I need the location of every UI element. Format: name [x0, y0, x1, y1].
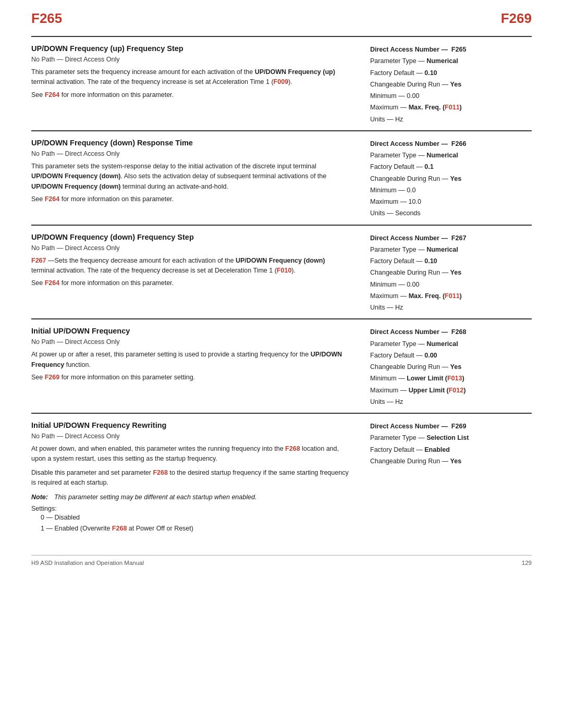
- param-line: Factory Default — 0.00: [370, 350, 532, 361]
- param-line: Minimum — 0.0: [370, 185, 532, 196]
- link-f268-1[interactable]: F268: [285, 445, 300, 452]
- link-f268-2[interactable]: F268: [153, 469, 168, 476]
- param-line: Direct Access Number — F266: [370, 139, 532, 150]
- param-line: Changeable During Run — Yes: [370, 174, 532, 184]
- section-f269-params: Direct Access Number — F269 Parameter Ty…: [365, 421, 532, 534]
- link-f011-1[interactable]: F011: [445, 104, 460, 111]
- param-line: Changeable During Run — Yes: [370, 362, 532, 373]
- param-line: Maximum — Max. Freq. (F011): [370, 102, 532, 113]
- section-f265-see: See F264 for more information on this pa…: [31, 91, 349, 98]
- section-f269-body1: At power down, and when enabled, this pa…: [31, 444, 349, 464]
- param-line: Maximum — Max. Freq. (F011): [370, 291, 532, 302]
- param-line: Maximum — Upper Limit (F012): [370, 385, 532, 396]
- link-f268-3[interactable]: F268: [112, 525, 127, 532]
- section-f267-see: See F264 for more information on this pa…: [31, 279, 349, 287]
- section-f265-params: Direct Access Number — F265 Parameter Ty…: [365, 44, 532, 125]
- link-f264-3[interactable]: F264: [45, 279, 60, 287]
- section-f269: Initial UP/DOWN Frequency Rewriting No P…: [31, 413, 532, 539]
- section-f266-title: UP/DOWN Frequency (down) Response Time: [31, 139, 349, 147]
- link-f269-ref[interactable]: F269: [45, 374, 60, 381]
- link-f013[interactable]: F013: [447, 375, 462, 382]
- param-line: Units — Seconds: [370, 208, 532, 219]
- param-line: Minimum — 0.00: [370, 91, 532, 102]
- param-line: Changeable During Run — Yes: [370, 267, 532, 278]
- param-line: Parameter Type — Selection List: [370, 433, 532, 443]
- settings-label: Settings:: [31, 505, 349, 512]
- param-line: Units — Hz: [370, 397, 532, 408]
- section-f266-body: This parameter sets the system-response …: [31, 162, 349, 192]
- settings-block: Settings: 0 — Disabled 1 — Enabled (Over…: [31, 505, 349, 535]
- footer-right: 129: [522, 560, 532, 566]
- page-footer: H9 ASD Installation and Operation Manual…: [31, 555, 532, 566]
- header-left: F265: [31, 10, 62, 27]
- section-f268-params: Direct Access Number — F268 Parameter Ty…: [365, 327, 532, 408]
- section-f266-see: See F264 for more information on this pa…: [31, 195, 349, 203]
- param-line: Direct Access Number — F268: [370, 327, 532, 338]
- section-f265-path: No Path — Direct Access Only: [31, 56, 349, 63]
- section-f269-left: Initial UP/DOWN Frequency Rewriting No P…: [31, 421, 365, 534]
- link-f267[interactable]: F267: [31, 257, 46, 264]
- section-f268-see: See F269 for more information on this pa…: [31, 374, 349, 381]
- param-line: Parameter Type — Numerical: [370, 150, 532, 161]
- param-line: Parameter Type — Numerical: [370, 244, 532, 255]
- param-line: Parameter Type — Numerical: [370, 56, 532, 67]
- link-f009[interactable]: F009: [274, 78, 289, 85]
- param-line: Factory Default — Enabled: [370, 445, 532, 455]
- section-f266: UP/DOWN Frequency (down) Response Time N…: [31, 130, 532, 225]
- link-f264-1[interactable]: F264: [45, 91, 60, 98]
- footer-left: H9 ASD Installation and Operation Manual: [31, 560, 144, 566]
- section-f269-note: Note: This parameter setting may be diff…: [31, 493, 349, 501]
- header-right: F269: [501, 10, 532, 27]
- param-line: Changeable During Run — Yes: [370, 79, 532, 90]
- section-f268-title: Initial UP/DOWN Frequency: [31, 327, 349, 335]
- link-f010[interactable]: F010: [277, 267, 292, 274]
- setting-1: 1 — Enabled (Overwrite F268 at Power Off…: [41, 523, 349, 534]
- link-f011-2[interactable]: F011: [445, 292, 460, 300]
- section-f265: UP/DOWN Frequency (up) Frequency Step No…: [31, 36, 532, 130]
- param-line: Factory Default — 0.10: [370, 68, 532, 79]
- section-f267-left: UP/DOWN Frequency (down) Frequency Step …: [31, 233, 365, 314]
- section-f268-path: No Path — Direct Access Only: [31, 338, 349, 346]
- section-f265-body: This parameter sets the frequency increa…: [31, 67, 349, 88]
- section-f267: UP/DOWN Frequency (down) Frequency Step …: [31, 225, 532, 319]
- param-line: Minimum — 0.00: [370, 279, 532, 290]
- section-f267-path: No Path — Direct Access Only: [31, 244, 349, 252]
- param-line: Factory Default — 0.10: [370, 256, 532, 267]
- section-f268: Initial UP/DOWN Frequency No Path — Dire…: [31, 318, 532, 413]
- section-f267-body: F267 —Sets the frequency decrease amount…: [31, 256, 349, 276]
- param-line: Direct Access Number — F267: [370, 233, 532, 244]
- section-f269-body2: Disable this parameter and set parameter…: [31, 468, 349, 488]
- section-f266-left: UP/DOWN Frequency (down) Response Time N…: [31, 139, 365, 219]
- section-f269-title: Initial UP/DOWN Frequency Rewriting: [31, 421, 349, 429]
- page: F265 F269 UP/DOWN Frequency (up) Frequen…: [0, 0, 563, 728]
- param-line: Units — Hz: [370, 114, 532, 125]
- section-f267-title: UP/DOWN Frequency (down) Frequency Step: [31, 233, 349, 241]
- note-label: Note:: [31, 493, 48, 501]
- param-line: Direct Access Number — F269: [370, 421, 532, 432]
- section-f268-left: Initial UP/DOWN Frequency No Path — Dire…: [31, 327, 365, 408]
- link-f012[interactable]: F012: [449, 387, 464, 394]
- note-text: This parameter setting may be different …: [54, 493, 256, 501]
- setting-0: 0 — Disabled: [41, 512, 349, 523]
- section-f265-left: UP/DOWN Frequency (up) Frequency Step No…: [31, 44, 365, 125]
- param-line: Factory Default — 0.1: [370, 162, 532, 172]
- section-f265-title: UP/DOWN Frequency (up) Frequency Step: [31, 44, 349, 53]
- page-header: F265 F269: [31, 10, 532, 27]
- param-line: Parameter Type — Numerical: [370, 339, 532, 350]
- param-line: Changeable During Run — Yes: [370, 456, 532, 467]
- param-line: Minimum — Lower Limit (F013): [370, 373, 532, 384]
- param-line: Direct Access Number — F265: [370, 44, 532, 55]
- section-f266-params: Direct Access Number — F266 Parameter Ty…: [365, 139, 532, 219]
- param-line: Units — Hz: [370, 302, 532, 313]
- section-f267-params: Direct Access Number — F267 Parameter Ty…: [365, 233, 532, 314]
- section-f266-path: No Path — Direct Access Only: [31, 150, 349, 157]
- section-f268-body: At power up or after a reset, this param…: [31, 350, 349, 370]
- param-line: Maximum — 10.0: [370, 196, 532, 207]
- section-f269-path: No Path — Direct Access Only: [31, 433, 349, 440]
- link-f264-2[interactable]: F264: [45, 195, 60, 203]
